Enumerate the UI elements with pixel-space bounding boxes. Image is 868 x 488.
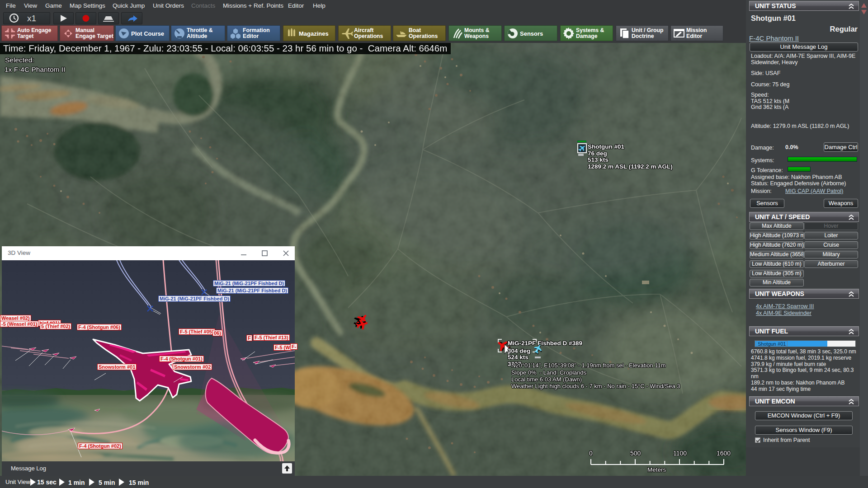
svg-text:x1: x1 xyxy=(27,14,36,23)
